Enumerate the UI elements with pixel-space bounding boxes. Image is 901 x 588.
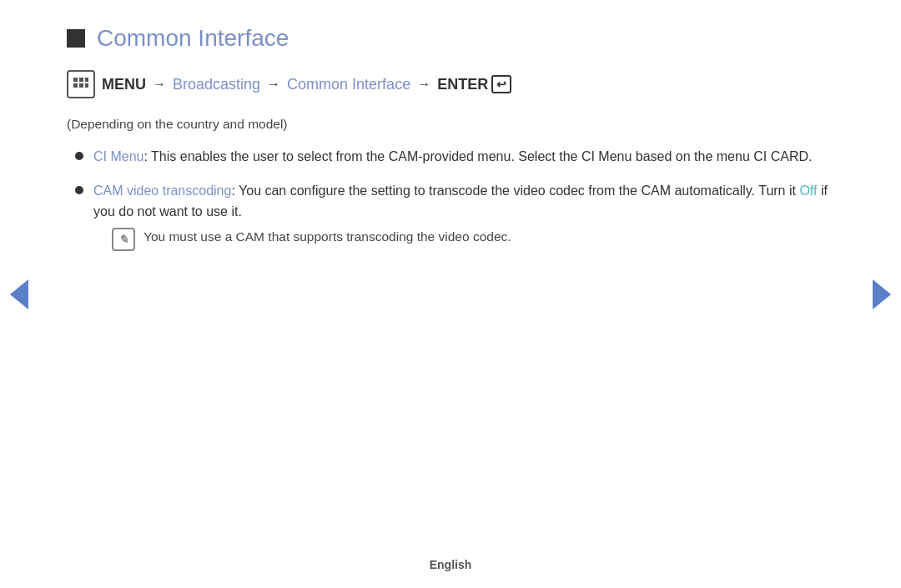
bullet-list: CI Menu: This enables the user to select… <box>75 147 834 251</box>
svg-rect-1 <box>79 78 83 82</box>
enter-text: ENTER <box>437 76 488 93</box>
bullet-content-1: CI Menu: This enables the user to select… <box>93 147 834 168</box>
svg-rect-2 <box>85 78 88 82</box>
enter-box-icon: ↩ <box>491 75 511 93</box>
menu-icon <box>67 70 95 98</box>
note-section: ✎ You must use a CAM that supports trans… <box>112 227 834 251</box>
bullet-dot-2 <box>75 186 83 194</box>
page-title: Common Interface <box>97 25 289 52</box>
nav-breadcrumb: MENU → Broadcasting → Common Interface →… <box>67 70 834 98</box>
svg-rect-4 <box>79 83 83 88</box>
cam-video-text: : You can configure the setting to trans… <box>231 183 799 198</box>
title-section: Common Interface <box>67 25 834 52</box>
page-container: Common Interface MENU → Broadcasting → C… <box>0 0 901 588</box>
prev-page-button[interactable] <box>10 279 28 309</box>
list-item-cam-video: CAM video transcoding: You can configure… <box>75 181 834 252</box>
svg-rect-3 <box>73 83 78 88</box>
menu-text: MENU <box>102 76 146 93</box>
breadcrumb-common-interface: Common Interface <box>287 76 410 93</box>
enter-button: ENTER↩ <box>437 75 511 93</box>
svg-rect-0 <box>73 78 78 82</box>
ci-menu-label: CI Menu <box>93 149 143 163</box>
arrow-1: → <box>153 77 166 92</box>
arrow-3: → <box>417 77 430 92</box>
svg-rect-5 <box>85 83 88 88</box>
off-label: Off <box>799 183 817 198</box>
bullet-content-2: CAM video transcoding: You can configure… <box>93 181 834 252</box>
cam-video-label: CAM video transcoding <box>93 183 231 198</box>
note-icon: ✎ <box>112 228 135 251</box>
breadcrumb-broadcasting: Broadcasting <box>173 76 260 93</box>
ci-menu-text: : This enables the user to select from t… <box>143 149 812 163</box>
list-item-ci-menu: CI Menu: This enables the user to select… <box>75 147 834 168</box>
square-icon <box>67 29 85 48</box>
bullet-dot-1 <box>75 152 83 160</box>
subtitle-text: (Depending on the country and model) <box>67 117 834 132</box>
arrow-2: → <box>267 77 280 92</box>
note-text: You must use a CAM that supports transco… <box>143 227 511 246</box>
next-page-button[interactable] <box>873 279 891 309</box>
footer-language: English <box>430 558 472 571</box>
